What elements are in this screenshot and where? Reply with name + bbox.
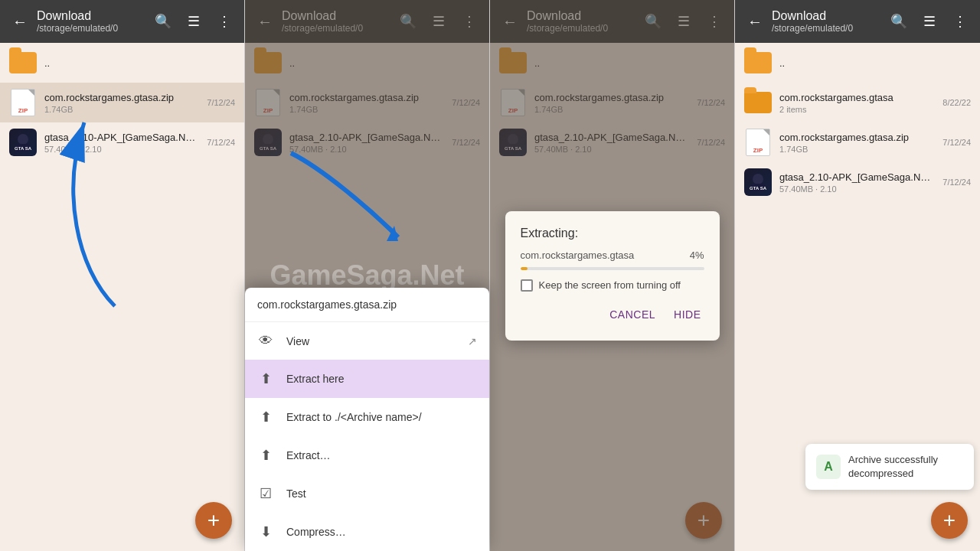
context-item-label: View [286,335,309,347]
panel-1: ← Download /storage/emulated/0 🔍 ☰ ⋮ .. … [0,0,245,551]
context-item-label: Extract… [286,449,331,461]
toolbar-icons-4: 🔍 ☰ ⋮ [885,8,974,35]
file-info: .. [44,57,235,69]
file-name: .. [44,57,235,69]
file-date: 7/12/24 [207,138,235,147]
context-menu-header: com.rockstargames.gtasa.zip [245,288,489,322]
extract-icon: ⬆ [257,447,274,464]
extract-dialog-title: Extracting: [521,227,704,240]
file-info: com.rockstargames.gtasa.zip 1.74GB [44,92,199,114]
list-icon-4[interactable]: ☰ [916,8,943,35]
file-name: gtasa_2.10-APK_[GameSaga.Net].apk [779,171,935,183]
context-item-label: Compress… [286,526,346,538]
file-info: .. [779,57,971,69]
toolbar-icons-1: 🔍 ☰ ⋮ [149,8,238,35]
more-icon-4[interactable]: ⋮ [946,8,974,35]
svg-point-11 [753,174,763,184]
list-item[interactable]: .. [735,43,980,83]
extract-to-icon: ⬆ [257,409,274,425]
hide-button[interactable]: HIDE [671,304,704,325]
list-icon-1[interactable]: ☰ [180,8,207,35]
test-icon: ☑ [257,485,274,502]
folder-icon [744,89,772,116]
back-button-1[interactable]: ← [6,8,34,35]
context-menu-item-extract[interactable]: ⬆ Extract… [245,436,489,474]
context-item-label: Extract to ./<Archive name>/ [286,411,422,423]
cancel-button[interactable]: CANCEL [606,304,658,325]
context-item-label: Test [286,487,306,500]
context-menu-item-view[interactable]: 👁 View ↗ [245,322,489,360]
extract-dialog-overlay: Extracting: com.rockstargames.gtasa 4% K… [490,0,734,551]
toolbar-title-1: Download /storage/emulated/0 [37,9,146,34]
list-item[interactable]: .. [0,43,244,83]
progress-bar-fill [521,267,528,270]
more-icon-1[interactable]: ⋮ [211,8,238,35]
panel-title-1: Download [37,9,146,23]
list-item[interactable]: com.rockstargames.gtasa 2 items 8/22/22 [735,83,980,122]
file-info: gtasa_2.10-APK_[GameSaga.Net].apk 57.40M… [44,132,199,154]
list-item[interactable]: GTA SA gtasa_2.10-APK_[GameSaga.Net].apk… [735,162,980,202]
dialog-buttons: CANCEL HIDE [521,304,704,325]
panel-2: ← Download /storage/emulated/0 🔍 ☰ ⋮ .. … [245,0,490,551]
extract-here-icon: ⬆ [257,370,274,387]
fab-button-1[interactable]: + [195,502,232,539]
extract-dialog: Extracting: com.rockstargames.gtasa 4% K… [505,211,720,341]
file-list-1: .. ZIP com.rockstargames.gtasa.zip 1.74G… [0,43,244,551]
file-meta: 57.40MB · 2.10 [44,145,199,154]
list-item[interactable]: ZIP com.rockstargames.gtasa.zip 1.74GB 7… [0,83,244,122]
file-meta: 2 items [779,105,935,114]
context-menu-item-test[interactable]: ☑ Test [245,474,489,513]
panel-4: ← Download /storage/emulated/0 🔍 ☰ ⋮ .. [735,0,980,551]
toolbar-title-4: Download /storage/emulated/0 [772,9,882,34]
checkbox-label: Keep the screen from turning off [539,279,681,291]
svg-text:GTA SA: GTA SA [750,186,767,191]
svg-point-0 [18,134,28,145]
keep-screen-checkbox[interactable] [521,279,533,292]
toast-icon: A [816,455,841,479]
extract-progress-label: 4% [690,249,704,261]
file-name: com.rockstargames.gtasa.zip [779,132,935,143]
file-meta: 1.74GB [44,105,199,114]
context-item-label: Extract here [286,373,344,385]
context-menu: com.rockstargames.gtasa.zip 👁 View ↗ ⬆ E… [245,288,489,551]
search-icon-4[interactable]: 🔍 [885,8,913,35]
panel-subtitle-1: /storage/emulated/0 [37,23,146,34]
file-name: com.rockstargames.gtasa [779,92,935,103]
file-info: com.rockstargames.gtasa 2 items [779,92,935,114]
arrow-icon: ↗ [468,335,477,347]
zip-file-icon: ZIP [9,89,37,116]
apk-file-icon: GTA SA [9,129,37,156]
file-date: 7/12/24 [942,178,971,187]
extract-file-label: com.rockstargames.gtasa [521,249,635,261]
progress-bar-container [521,267,704,270]
zip-file-icon: ZIP [744,129,772,156]
list-item[interactable]: GTA SA gtasa_2.10-APK_[GameSaga.Net].apk… [0,122,244,162]
context-menu-item-extract-to[interactable]: ⬆ Extract to ./<Archive name>/ [245,398,489,436]
panel-3: ← Download /storage/emulated/0 🔍 ☰ ⋮ .. … [490,0,735,551]
file-info: com.rockstargames.gtasa.zip 1.74GB [779,132,935,154]
extract-filename: com.rockstargames.gtasa 4% [521,249,704,261]
back-button-4[interactable]: ← [741,8,769,35]
svg-text:GTA SA: GTA SA [15,146,32,151]
file-date: 7/12/24 [207,98,235,107]
toast-text: Archive successfully decompressed [848,453,963,481]
file-name: com.rockstargames.gtasa.zip [44,92,199,103]
file-name: gtasa_2.10-APK_[GameSaga.Net].apk [44,132,199,143]
context-menu-item-compress[interactable]: ⬇ Compress… [245,513,489,551]
file-meta: 57.40MB · 2.10 [779,184,935,194]
file-info: gtasa_2.10-APK_[GameSaga.Net].apk 57.40M… [779,171,935,194]
list-item[interactable]: ZIP com.rockstargames.gtasa.zip 1.74GB 7… [735,122,980,162]
context-menu-item-extract-here[interactable]: ⬆ Extract here [245,360,489,398]
svg-marker-7 [387,226,398,241]
panel-overlay-2: GameSaga.Net com.rockstargames.gtasa.zip… [245,0,489,551]
toolbar-4: ← Download /storage/emulated/0 🔍 ☰ ⋮ [735,0,980,43]
file-date: 7/12/24 [942,138,971,147]
file-date: 8/22/22 [942,98,971,107]
compress-icon: ⬇ [257,523,274,540]
toast-notification: A Archive successfully decompressed [805,444,974,490]
fab-button-4[interactable]: + [931,502,968,539]
search-icon-1[interactable]: 🔍 [149,8,177,35]
view-icon: 👁 [257,333,274,349]
file-name: .. [779,57,971,69]
folder-up-icon [744,49,772,77]
